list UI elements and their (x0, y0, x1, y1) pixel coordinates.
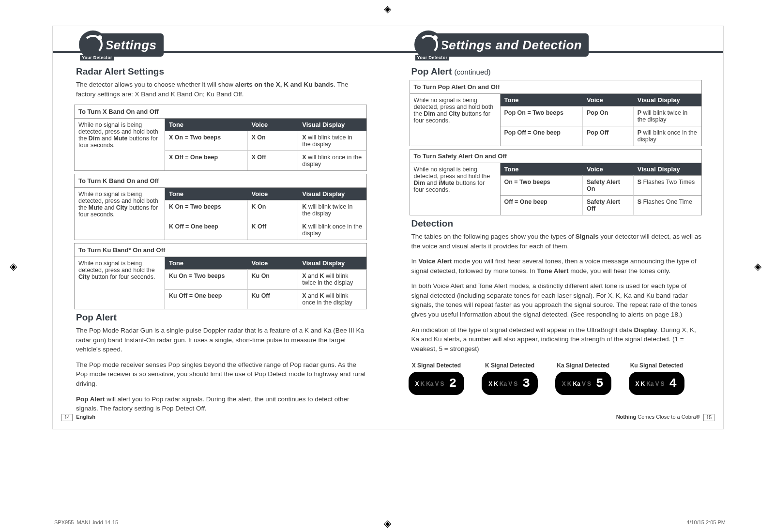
signal-example: X Signal DetectedXKKaVS2 (409, 362, 465, 395)
cell-voice: K On (248, 200, 299, 220)
cell-tone: Off = One beep (501, 195, 583, 215)
cell-voice: Safety Alert On (583, 175, 634, 195)
cell-display: X will blink once in the display (298, 151, 366, 170)
cell-tone: K On = Two beeps (165, 200, 248, 220)
imprint-file: SPX955_MANL.indd 14-15 (54, 519, 118, 525)
cell-display: K will blink twice in the display (298, 200, 366, 220)
signal-label: K Signal Detected (482, 362, 538, 369)
cell-tone: X Off = One beep (165, 151, 248, 170)
setting-table: To Turn K Band On and OffWhile no signal… (74, 174, 367, 240)
table-instruction: While no signal is being detected, press… (410, 94, 501, 146)
pop-alert-heading: Pop Alert (76, 312, 370, 323)
crop-mark-bottom: ◈ (384, 517, 391, 529)
cell-display: S Flashes Two Times (634, 175, 701, 195)
cell-display: S Flashes One Time (634, 195, 701, 215)
cell-display: P will blink once in the display (634, 126, 701, 146)
col-head-display: Visual Display (634, 94, 701, 106)
col-head-tone: Tone (165, 257, 248, 269)
cell-voice: Pop Off (583, 126, 634, 146)
cell-tone: X On = Two beeps (165, 131, 248, 151)
col-head-voice: Voice (248, 188, 299, 200)
your-detector-label: Your Detector (80, 55, 114, 61)
footer-right: Nothing Comes Close to a Cobra® 15 (616, 414, 716, 421)
crop-mark-top: ◈ (384, 3, 391, 15)
page-right: Your Detector Settings and Detection Pop… (388, 26, 724, 429)
col-head-display: Visual Display (298, 119, 366, 131)
cell-tone: On = Two beeps (501, 175, 583, 195)
banner-right: Your Detector Settings and Detection (388, 33, 724, 58)
cell-voice: X Off (248, 151, 299, 170)
pop-alert-continued-heading: Pop Alert (continued) (411, 66, 705, 77)
signal-example: K Signal DetectedXKKaVS3 (482, 362, 538, 395)
pop-alert-p3: Pop Alert will alert you to Pop radar si… (76, 395, 370, 413)
cell-tone: Pop On = Two beeps (501, 106, 583, 126)
col-head-tone: Tone (501, 94, 583, 106)
cell-tone: Pop Off = One beep (501, 126, 583, 146)
table-instruction: While no signal is being detected, press… (75, 119, 165, 170)
signal-chip: XKKaVS4 (629, 372, 685, 395)
crop-mark-right: ◈ (754, 260, 761, 272)
col-head-display: Visual Display (634, 163, 701, 175)
banner-left: Your Detector Settings (53, 33, 388, 58)
cell-display: X and K will blink once in the display (298, 289, 366, 309)
radar-alert-heading: Radar Alert Settings (76, 66, 370, 77)
cell-display: X and K will blink twice in the display (298, 269, 366, 289)
cell-display: P will blink twice in the display (634, 106, 701, 126)
radar-alert-intro: The detector allows you to choose whethe… (76, 80, 370, 99)
pop-alert-p1: The Pop Mode Radar Gun is a single-pulse… (76, 326, 370, 354)
setting-table: To Turn Ku Band* On and OffWhile no sign… (74, 243, 367, 309)
table-caption: To Turn K Band On and Off (75, 174, 366, 187)
col-head-display: Visual Display (298, 188, 366, 200)
pop-alert-p2: The Pop mode receiver senses Pop singles… (76, 360, 370, 389)
signal-chip: XKKaVS5 (555, 372, 611, 395)
page-left: Your Detector Settings Radar Alert Setti… (53, 26, 388, 429)
banner-title-left: Settings (105, 38, 157, 53)
col-head-voice: Voice (583, 163, 634, 175)
cell-voice: K Off (248, 220, 299, 240)
cell-voice: Safety Alert Off (583, 195, 634, 215)
col-head-voice: Voice (248, 257, 299, 269)
table-instruction: While no signal is being detected, press… (75, 257, 165, 309)
cell-tone: K Off = One beep (165, 220, 248, 240)
signal-chip: XKKaVS3 (482, 372, 538, 395)
your-detector-label: Your Detector (415, 55, 450, 61)
signal-example: Ka Signal DetectedXKKaVS5 (555, 362, 611, 395)
cell-display: K will blink once in the display (298, 220, 366, 240)
crop-mark-left: ◈ (10, 260, 17, 272)
setting-table: To Turn X Band On and OffWhile no signal… (74, 105, 367, 171)
signal-strength-number: 3 (522, 376, 531, 391)
signal-example: Ku Signal DetectedXKKaVS4 (629, 362, 685, 395)
cell-tone: Ku Off = One beep (165, 289, 248, 309)
cell-display: X will blink twice in the display (298, 131, 366, 151)
banner-title-right: Settings and Detection (441, 38, 582, 53)
table-instruction: While no signal is being detected, press… (75, 188, 165, 240)
table-caption: To Turn Safety Alert On and Off (410, 150, 702, 163)
signal-label: X Signal Detected (409, 362, 465, 369)
table-caption: To Turn Ku Band* On and Off (75, 243, 366, 257)
col-head-display: Visual Display (298, 257, 366, 269)
setting-table: To Turn Safety Alert On and OffWhile no … (410, 149, 702, 215)
detection-heading: Detection (411, 218, 705, 229)
table-caption: To Turn X Band On and Off (75, 105, 366, 118)
detection-p3: In both Voice Alert and Tone Alert modes… (411, 281, 705, 319)
table-instruction: While no signal is being detected, press… (410, 163, 501, 215)
signal-strength-number: 4 (669, 376, 678, 391)
col-head-tone: Tone (165, 188, 248, 200)
detection-p2: In Voice Alert mode you will first hear … (411, 257, 705, 275)
cell-voice: Ku On (248, 269, 299, 289)
cell-voice: Ku Off (248, 289, 299, 309)
signal-strength-number: 2 (449, 376, 458, 391)
cell-tone: Ku On = Two beeps (165, 269, 248, 289)
signal-label: Ku Signal Detected (629, 362, 685, 369)
detection-p1: The tables on the following pages show y… (411, 232, 705, 251)
cell-voice: X On (248, 131, 299, 151)
table-caption: To Turn Pop Alert On and Off (410, 80, 702, 93)
signal-strength-number: 5 (596, 376, 605, 391)
footer-left: 14 English (60, 414, 95, 421)
detection-p4: An indication of the type of signal dete… (411, 325, 705, 354)
setting-table: To Turn Pop Alert On and OffWhile no sig… (410, 80, 702, 146)
col-head-tone: Tone (501, 163, 583, 175)
col-head-voice: Voice (583, 94, 634, 106)
signal-examples-row: X Signal DetectedXKKaVS2K Signal Detecte… (409, 362, 705, 395)
imprint-date: 4/10/15 2:05 PM (686, 519, 726, 525)
